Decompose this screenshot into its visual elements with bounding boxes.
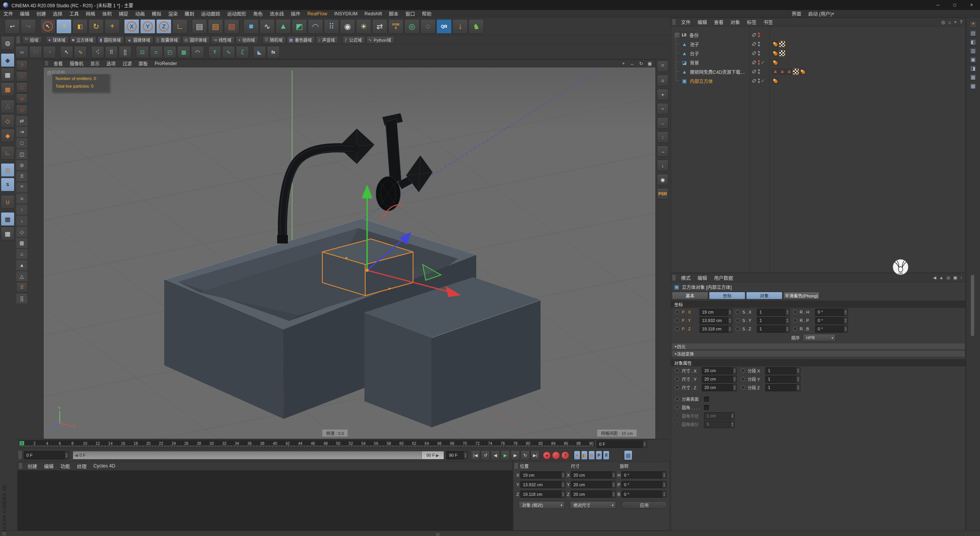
undo-icon[interactable]: ↩: [5, 19, 20, 34]
menu-文件[interactable]: 文件: [0, 10, 16, 17]
matrix-dots-2-icon[interactable]: ⠛: [16, 182, 28, 193]
om-help-icon[interactable]: ?: [960, 20, 962, 25]
untriangulate-icon[interactable]: △: [16, 271, 28, 281]
om-camera-add-icon[interactable]: ◉: [657, 174, 668, 185]
menu-编辑[interactable]: 编辑: [16, 10, 33, 17]
render-visibility-dot[interactable]: [758, 44, 760, 46]
move-tool-2-icon[interactable]: +: [105, 19, 120, 34]
key-position-icon[interactable]: +: [574, 451, 580, 460]
render-visibility-dot[interactable]: [758, 72, 760, 74]
object-row[interactable]: ▲魔顿网免费C4D资源下载_240mm.1▲▲▲: [671, 67, 965, 76]
editor-visibility-dot[interactable]: [758, 60, 760, 62]
r-value-field[interactable]: 0 °▲▼: [815, 325, 848, 333]
light-icon[interactable]: ☀: [356, 19, 371, 34]
field-球体域[interactable]: ●球体域: [46, 36, 69, 44]
record-help-button[interactable]: ?: [561, 451, 569, 459]
r-radio[interactable]: [793, 310, 797, 314]
section-四元[interactable]: ▸ 四元: [671, 343, 965, 350]
menu-脚本[interactable]: 脚本: [385, 10, 402, 17]
edges-mode-icon[interactable]: ◇: [1, 114, 15, 128]
spline-points-icon[interactable]: ◠: [191, 46, 204, 58]
field-胶囊体域[interactable]: ▯胶囊体域: [154, 36, 181, 44]
r-radio[interactable]: [793, 327, 797, 331]
material-tag[interactable]: [800, 69, 806, 75]
p-radio[interactable]: [675, 327, 679, 331]
cluster-icon[interactable]: ⠶: [150, 46, 163, 58]
weld-tool-icon[interactable]: ⇥: [16, 127, 28, 137]
am-back-icon[interactable]: ◀: [933, 275, 936, 280]
frame-range-slider[interactable]: ◀ 0 F 90 F▶: [73, 451, 444, 459]
am-lock-icon[interactable]: ▣: [953, 275, 957, 280]
r-value-field[interactable]: 0 °▲▼: [815, 309, 848, 316]
s-value-field[interactable]: 1▲▼: [757, 309, 790, 316]
snap-3d-icon[interactable]: S: [1, 178, 15, 191]
triangulate-icon[interactable]: ▲: [16, 260, 28, 270]
commander-icon[interactable]: ⠿: [16, 282, 28, 293]
s-radio[interactable]: [735, 327, 740, 331]
knife-tool-icon[interactable]: ⊘: [16, 160, 28, 170]
key-rotation-icon[interactable]: ↻: [588, 451, 595, 460]
ornament-spline-icon[interactable]: ζ: [236, 46, 249, 58]
object-name[interactable]: 内部立方体: [690, 78, 713, 84]
deformer-icon[interactable]: ◩: [292, 19, 307, 34]
menu-体积[interactable]: 体积: [99, 10, 115, 17]
om-menu-编辑[interactable]: 编辑: [694, 18, 710, 26]
field-组域[interactable]: ⠛组域: [23, 36, 42, 44]
menu-帮助[interactable]: 帮助: [418, 10, 435, 17]
autokey-button[interactable]: ◌: [552, 451, 560, 459]
rotation-field[interactable]: 0 °▲▼: [621, 481, 666, 488]
material-tag[interactable]: [772, 50, 778, 56]
move-tool-icon[interactable]: +: [56, 19, 72, 34]
coord-size-dropdown[interactable]: 绝对尺寸: [570, 501, 616, 509]
om-move-v-icon[interactable]: ↕: [657, 131, 668, 143]
p-radio[interactable]: [675, 318, 679, 323]
editor-visibility-dot[interactable]: [758, 69, 760, 71]
render-visibility-dot[interactable]: [758, 54, 760, 56]
menubar-right-0[interactable]: 界面: [788, 10, 805, 17]
size-value-field[interactable]: 20 cm▲▼: [702, 367, 737, 374]
r-value-field[interactable]: 0 °▲▼: [815, 317, 848, 324]
field-径向域[interactable]: ◑径向域: [235, 36, 258, 44]
optimize-icon[interactable]: ◇: [16, 227, 28, 237]
point-select-icon[interactable]: ↖: [60, 46, 73, 58]
size-radio[interactable]: [675, 377, 679, 381]
menu-运动图形[interactable]: 运动图形: [224, 10, 250, 17]
lasso-select-icon[interactable]: ∪: [16, 93, 28, 104]
timeline-grip[interactable]: [18, 451, 22, 459]
tab-坐标[interactable]: 坐标: [709, 292, 745, 299]
viewport-rotate-view-icon[interactable]: ↻: [638, 60, 644, 67]
lock-y-axis-icon[interactable]: Y: [140, 19, 155, 34]
viewport-zoom-view-icon[interactable]: ↔: [629, 60, 635, 67]
paint-select-icon[interactable]: ∿: [74, 46, 87, 58]
om-remove-icon[interactable]: −: [657, 103, 668, 114]
editor-visibility-dot[interactable]: [758, 42, 760, 44]
material-exchange-icon[interactable]: ⇄: [372, 19, 387, 34]
menu-网格[interactable]: 网格: [82, 10, 99, 17]
mat-menu-编辑[interactable]: 编辑: [41, 462, 57, 470]
size-value-field[interactable]: 20 cm▲▼: [702, 384, 737, 391]
size-field[interactable]: 20 cm▲▼: [571, 471, 616, 479]
next-key-button[interactable]: ↻: [521, 450, 530, 460]
s-radio[interactable]: [735, 318, 740, 323]
layer-toggle[interactable]: [752, 42, 756, 46]
hex-dots-icon[interactable]: ⣿: [16, 293, 28, 304]
om-layout-1-icon[interactable]: ⠛: [657, 60, 668, 72]
object-row[interactable]: +L0备份: [671, 30, 965, 39]
field-着色器域[interactable]: ▦着色器域: [287, 36, 315, 44]
ruler-frame-field[interactable]: 0 F▲▼: [596, 440, 647, 448]
pair-spheres-icon[interactable]: ∞: [15, 46, 28, 58]
palette-tab-4-icon[interactable]: ▣: [969, 56, 977, 63]
render-visibility-dot[interactable]: [758, 35, 760, 37]
dot-grid-1-icon[interactable]: ⠪: [91, 46, 104, 58]
selection-filter-icon[interactable]: ?: [16, 60, 28, 70]
coordinates-grip[interactable]: [514, 463, 518, 469]
render-visibility-dot[interactable]: [758, 81, 760, 83]
dot-grid-2-icon[interactable]: ⠿: [105, 46, 118, 58]
field-声音域[interactable]: ♪声音域: [316, 36, 338, 44]
record-key-button[interactable]: ●: [543, 451, 551, 459]
viewport-menu-ProRender[interactable]: ProRender: [151, 60, 180, 67]
lock-z-axis-icon[interactable]: Z: [156, 19, 172, 34]
texture-mode-icon[interactable]: ▦: [1, 68, 15, 82]
om-menu-对象[interactable]: 对象: [727, 18, 743, 26]
wire-sphere-icon[interactable]: ◌: [420, 19, 436, 34]
